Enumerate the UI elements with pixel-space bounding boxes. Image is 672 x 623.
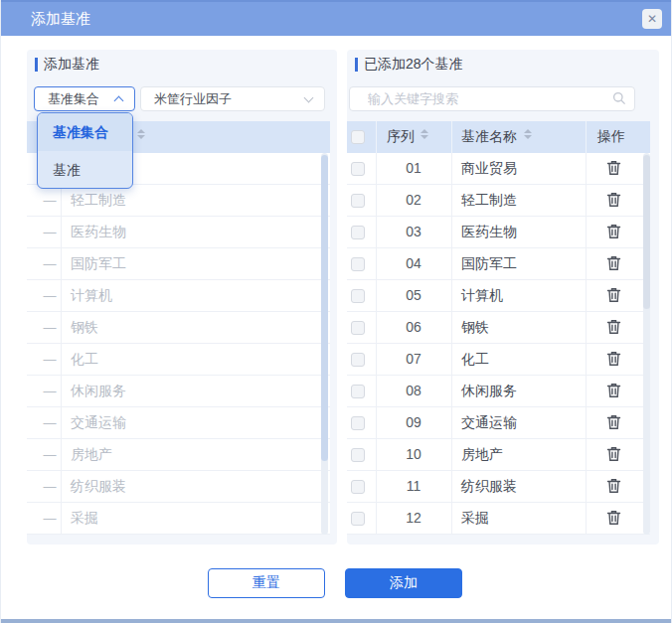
table-row: 04国防军工	[347, 248, 650, 280]
trash-icon	[606, 224, 621, 239]
benchmark-type-select[interactable]: 基准集合	[34, 86, 135, 111]
row-checkbox[interactable]	[351, 480, 365, 494]
benchmark-list-item: —纺织服装	[27, 471, 330, 503]
search-input[interactable]	[349, 86, 635, 111]
delete-button[interactable]	[601, 192, 625, 210]
row-checkbox[interactable]	[351, 289, 365, 303]
chevron-down-icon	[304, 92, 314, 102]
reset-button[interactable]: 重置	[208, 568, 325, 598]
disabled-mark: —	[39, 217, 61, 247]
benchmark-name: 休闲服务	[71, 376, 126, 406]
seq-cell: 11	[376, 471, 451, 502]
table-row: 01商业贸易	[347, 153, 650, 185]
benchmark-name: 房地产	[71, 439, 112, 470]
disabled-mark: —	[39, 344, 61, 375]
disabled-mark: —	[39, 376, 61, 406]
name-cell: 休闲服务	[461, 376, 517, 406]
benchmark-list-item: —休闲服务	[27, 376, 330, 407]
added-benchmark-panel: 已添加28个基准 序列 基准名称 操作 01商业贸易02轻工制造03医药	[347, 50, 659, 545]
row-checkbox[interactable]	[351, 353, 365, 367]
table-row: 07化工	[347, 344, 650, 376]
row-checkbox[interactable]	[351, 385, 365, 398]
right-scrollbar-thumb[interactable]	[643, 155, 650, 309]
operation-column-header: 操作	[597, 128, 625, 146]
factor-select[interactable]: 米筐行业因子	[140, 86, 325, 111]
delete-button[interactable]	[601, 319, 625, 337]
dialog-title: 添加基准	[31, 2, 90, 36]
search-icon	[612, 91, 626, 105]
row-checkbox[interactable]	[351, 321, 365, 335]
benchmark-name: 化工	[71, 344, 98, 375]
dialog-bottom-edge	[1, 619, 672, 623]
benchmark-name: 医药生物	[71, 217, 126, 247]
seq-cell: 06	[376, 312, 451, 343]
select-all-checkbox[interactable]	[351, 130, 365, 144]
accent-bar	[355, 58, 358, 72]
trash-icon	[606, 287, 621, 303]
delete-button[interactable]	[601, 510, 625, 528]
right-scrollbar[interactable]	[643, 153, 650, 535]
close-icon[interactable]: ✕	[642, 9, 662, 29]
benchmark-name: 交通运输	[71, 407, 126, 438]
accent-bar	[35, 58, 38, 72]
row-checkbox[interactable]	[351, 512, 365, 526]
name-cell: 轻工制造	[461, 185, 517, 216]
add-benchmark-dialog: 添加基准 ✕ 添加基准 基准集合 米筐行业因子 基准名称 —商业贸易—轻工制造—…	[0, 0, 672, 623]
disabled-mark: —	[39, 503, 61, 534]
benchmark-list-item: —房地产	[27, 439, 330, 471]
trash-icon	[606, 160, 621, 176]
trash-icon	[606, 351, 621, 367]
dropdown-option-benchmark[interactable]: 基准	[38, 151, 132, 189]
table-row: 03医药生物	[347, 217, 650, 248]
row-checkbox[interactable]	[351, 194, 365, 208]
search-box	[349, 86, 635, 111]
row-checkbox[interactable]	[351, 416, 365, 430]
benchmark-name: 轻工制造	[71, 185, 126, 216]
dropdown-option-collection[interactable]: 基准集合	[38, 113, 132, 151]
delete-button[interactable]	[601, 414, 625, 432]
name-cell: 房地产	[461, 439, 503, 470]
name-cell: 纺织服装	[461, 471, 517, 502]
added-benchmark-table: 序列 基准名称 操作 01商业贸易02轻工制造03医药生物04国防军工05计算机…	[347, 121, 650, 535]
name-cell: 化工	[461, 344, 489, 375]
delete-button[interactable]	[601, 478, 625, 496]
add-button[interactable]: 添加	[345, 568, 462, 598]
row-checkbox[interactable]	[351, 226, 365, 239]
row-checkbox[interactable]	[351, 257, 365, 271]
name-cell: 交通运输	[461, 407, 517, 438]
benchmark-list-item: —交通运输	[27, 407, 330, 439]
seq-cell: 12	[376, 503, 451, 534]
factor-select-value: 米筐行业因子	[141, 90, 305, 108]
delete-button[interactable]	[601, 351, 625, 369]
benchmark-list-item: —轻工制造	[27, 185, 330, 217]
name-cell: 国防军工	[461, 248, 517, 279]
delete-button[interactable]	[601, 224, 625, 241]
delete-button[interactable]	[601, 255, 625, 273]
left-scrollbar-thumb[interactable]	[321, 155, 328, 461]
seq-cell: 08	[376, 376, 451, 406]
trash-icon	[606, 255, 621, 271]
name-column-header: 基准名称	[461, 128, 517, 146]
sort-arrows-icon[interactable]	[420, 129, 428, 139]
left-panel-header: 添加基准	[27, 50, 99, 79]
sort-arrows-icon[interactable]	[137, 129, 145, 139]
delete-button[interactable]	[601, 160, 625, 178]
delete-button[interactable]	[601, 383, 625, 400]
seq-cell: 02	[376, 185, 451, 216]
table-row: 06钢铁	[347, 312, 650, 344]
delete-button[interactable]	[601, 446, 625, 464]
trash-icon	[606, 478, 621, 494]
disabled-mark: —	[39, 312, 61, 343]
seq-column-header: 序列	[387, 128, 415, 146]
sort-arrows-icon[interactable]	[524, 129, 532, 139]
disabled-mark: —	[39, 407, 61, 438]
row-checkbox[interactable]	[351, 448, 365, 462]
benchmark-name: 纺织服装	[71, 471, 126, 502]
benchmark-type-dropdown: 基准集合 基准	[37, 112, 133, 189]
delete-button[interactable]	[601, 287, 625, 305]
row-checkbox[interactable]	[351, 162, 365, 176]
seq-cell: 05	[376, 280, 451, 311]
left-scrollbar[interactable]	[321, 153, 328, 535]
benchmark-list-item: —化工	[27, 344, 330, 376]
benchmark-list-item: —钢铁	[27, 312, 330, 344]
